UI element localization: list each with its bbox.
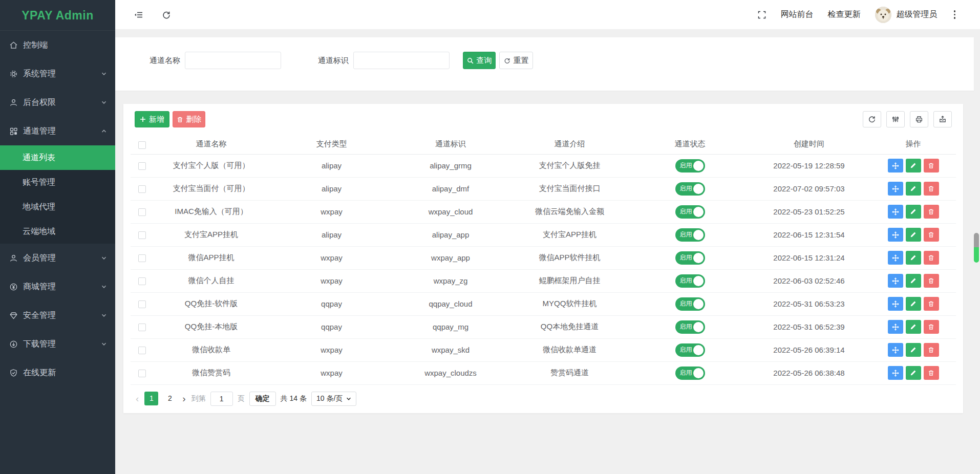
status-toggle[interactable]: 启用 [675,205,705,219]
channel-code-input[interactable] [353,52,450,69]
status-toggle[interactable]: 启用 [675,367,705,380]
cell-channel-name: 微信收款单 [154,338,269,361]
sidebar-subitem-cloud-region[interactable]: 云端地域 [0,219,115,244]
fullscreen-icon[interactable] [757,10,766,19]
edit-button[interactable] [906,366,921,380]
total-count: 共 14 条 [281,394,307,403]
move-button[interactable] [888,182,903,196]
edit-button[interactable] [906,343,921,357]
row-checkbox[interactable] [138,370,146,377]
check-update-link[interactable]: 检查更新 [828,9,861,20]
move-button[interactable] [888,159,903,173]
edit-button[interactable] [906,251,921,265]
edit-button[interactable] [906,274,921,288]
row-checkbox[interactable] [138,162,146,170]
status-toggle[interactable]: 启用 [675,274,705,288]
move-button[interactable] [888,251,903,265]
move-button[interactable] [888,205,903,219]
delete-row-button[interactable] [924,366,939,380]
sidebar-item-permissions[interactable]: 后台权限 [0,88,115,117]
yen-icon [9,283,18,291]
edit-button[interactable] [906,297,921,311]
status-toggle[interactable]: 启用 [675,182,705,196]
goto-page-input[interactable] [210,392,233,406]
move-button[interactable] [888,297,903,311]
cell-channel-name: 微信APP挂机 [154,246,269,269]
sidebar-item-system[interactable]: 系统管理 [0,59,115,88]
cell-channel-code: alipay_grmg [394,154,507,177]
next-page-icon[interactable]: › [181,394,186,403]
delete-row-button[interactable] [924,297,939,311]
row-checkbox[interactable] [138,300,146,308]
row-checkbox[interactable] [138,208,146,216]
refresh-icon[interactable] [162,10,171,19]
sidebar-item-security[interactable]: 安全管理 [0,301,115,330]
sidebar-subitem-account[interactable]: 账号管理 [0,170,115,195]
status-toggle[interactable]: 启用 [675,251,705,265]
move-button[interactable] [888,343,903,357]
delete-row-button[interactable] [924,274,939,288]
delete-row-button[interactable] [924,251,939,265]
move-button[interactable] [888,320,903,334]
more-menu-icon[interactable] [952,8,958,21]
sidebar-subitem-channel-list[interactable]: 通道列表 [0,145,115,170]
sidebar-item-console[interactable]: 控制端 [0,31,115,59]
row-checkbox[interactable] [138,185,146,193]
collapse-menu-icon[interactable] [134,10,143,19]
cell-channel-code: alipay_app [394,223,507,246]
table-row: IMAC免输入（可用） wxpay wxpay_cloud 微信云端免输入金额 … [131,200,956,223]
row-checkbox[interactable] [138,231,146,239]
per-page-select[interactable]: 10 条/页 [311,392,356,406]
page-button-1[interactable]: 1 [144,392,158,405]
column-filter-icon[interactable] [886,111,905,127]
delete-button[interactable]: 删除 [173,111,205,127]
delete-row-button[interactable] [924,205,939,219]
edit-button[interactable] [906,228,921,242]
edit-button[interactable] [906,182,921,196]
table-refresh-icon[interactable] [863,111,881,127]
sidebar-item-mall[interactable]: 商城管理 [0,272,115,301]
sidebar-item-members[interactable]: 会员管理 [0,244,115,272]
edit-button[interactable] [906,159,921,173]
move-button[interactable] [888,228,903,242]
gear-icon [9,70,18,78]
move-button[interactable] [888,274,903,288]
status-toggle[interactable]: 启用 [675,159,705,173]
goto-confirm-button[interactable]: 确定 [249,392,276,406]
frontend-link[interactable]: 网站前台 [781,9,814,20]
delete-row-button[interactable] [924,182,939,196]
status-toggle[interactable]: 启用 [675,320,705,334]
prev-page-icon[interactable]: ‹ [135,394,140,403]
row-checkbox[interactable] [138,347,146,354]
select-all-checkbox[interactable] [138,141,146,149]
row-checkbox[interactable] [138,254,146,262]
delete-row-button[interactable] [924,343,939,357]
row-checkbox[interactable] [138,324,146,331]
reset-button[interactable]: 重置 [499,52,533,69]
delete-row-button[interactable] [924,159,939,173]
status-label: 启用 [680,369,692,377]
export-icon[interactable] [933,111,952,127]
user-menu[interactable]: 超级管理员 [875,7,938,23]
sidebar-item-downloads[interactable]: 下载管理 [0,330,115,358]
sidebar-item-online-update[interactable]: 在线更新 [0,358,115,387]
delete-row-button[interactable] [924,228,939,242]
status-toggle[interactable]: 启用 [675,228,705,242]
chevron-down-icon [346,396,351,401]
print-icon[interactable] [910,111,928,127]
cell-channel-code: wxpay_cloud [394,200,507,223]
channel-name-input[interactable] [185,52,281,69]
scrollbar-thumb[interactable] [974,233,979,263]
sidebar-subitem-region-agent[interactable]: 地域代理 [0,195,115,219]
query-button[interactable]: 查询 [463,52,496,69]
page-button-2[interactable]: 2 [163,392,177,405]
sidebar-item-channels[interactable]: 通道管理 [0,117,115,145]
edit-button[interactable] [906,205,921,219]
status-toggle[interactable]: 启用 [675,343,705,357]
row-checkbox[interactable] [138,277,146,285]
delete-row-button[interactable] [924,320,939,334]
edit-button[interactable] [906,320,921,334]
move-button[interactable] [888,366,903,380]
add-button[interactable]: 新增 [135,111,169,127]
status-toggle[interactable]: 启用 [675,297,705,311]
